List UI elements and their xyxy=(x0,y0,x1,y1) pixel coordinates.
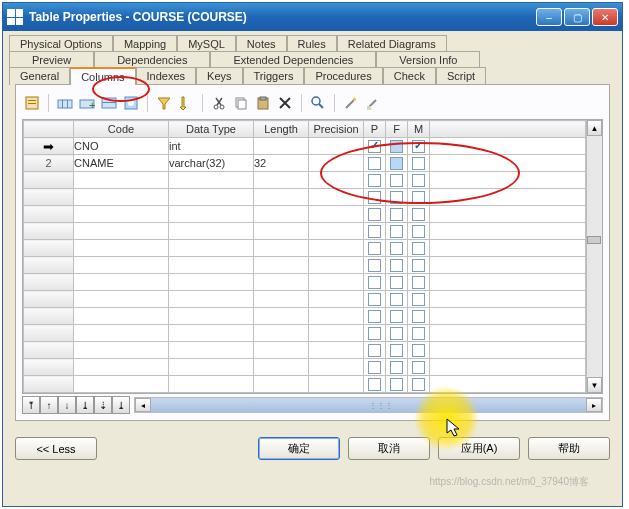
help-button[interactable]: 帮助 xyxy=(528,437,610,460)
cut-icon[interactable] xyxy=(209,93,229,113)
horizontal-scrollbar[interactable]: ◂ ⋮⋮⋮ ▸ xyxy=(134,397,603,413)
tab-physical-options[interactable]: Physical Options xyxy=(9,35,113,52)
header-length[interactable]: Length xyxy=(254,121,309,138)
table-row-empty[interactable] xyxy=(24,359,586,376)
checkbox-m[interactable] xyxy=(412,140,425,153)
tab-mapping[interactable]: Mapping xyxy=(113,35,177,52)
less-button[interactable]: << Less xyxy=(15,437,97,460)
checkbox-p[interactable] xyxy=(368,140,381,153)
scroll-up-icon[interactable]: ▲ xyxy=(587,120,602,136)
cell-code[interactable]: CNO xyxy=(74,138,169,155)
checkbox-f[interactable] xyxy=(390,259,403,272)
table-row-empty[interactable] xyxy=(24,308,586,325)
checkbox-f[interactable] xyxy=(390,157,403,170)
tab-version-info[interactable]: Version Info xyxy=(376,51,480,68)
checkbox-f[interactable] xyxy=(390,174,403,187)
tab-rules[interactable]: Rules xyxy=(287,35,337,52)
checkbox-m[interactable] xyxy=(412,225,425,238)
row-number[interactable]: 2 xyxy=(24,155,74,172)
tab-triggers[interactable]: Triggers xyxy=(243,67,305,85)
checkbox-f[interactable] xyxy=(390,378,403,391)
maximize-button[interactable]: ▢ xyxy=(564,8,590,26)
checkbox-f[interactable] xyxy=(390,242,403,255)
tab-mysql[interactable]: MySQL xyxy=(177,35,236,52)
checkbox-f[interactable] xyxy=(390,344,403,357)
checkbox-f[interactable] xyxy=(390,276,403,289)
table-row-empty[interactable] xyxy=(24,342,586,359)
ok-button[interactable]: 确定 xyxy=(258,437,340,460)
checkbox-p[interactable] xyxy=(368,259,381,272)
cell-code[interactable]: CNAME xyxy=(74,155,169,172)
header-datatype[interactable]: Data Type xyxy=(169,121,254,138)
move-down-stop-icon[interactable]: ⇣ xyxy=(94,396,112,414)
checkbox-p[interactable] xyxy=(368,157,381,170)
move-bottom-stop-icon[interactable]: ⤓ xyxy=(112,396,130,414)
filter-icon[interactable] xyxy=(154,93,174,113)
header-p[interactable]: P xyxy=(364,121,386,138)
tab-extended-dependencies[interactable]: Extended Dependencies xyxy=(210,51,376,68)
header-rownum[interactable] xyxy=(24,121,74,138)
table-row-empty[interactable] xyxy=(24,189,586,206)
add-row-icon[interactable]: + xyxy=(77,93,97,113)
checkbox-m[interactable] xyxy=(412,259,425,272)
checkbox-p[interactable] xyxy=(368,310,381,323)
cell-precision[interactable] xyxy=(309,155,364,172)
paste-icon[interactable] xyxy=(253,93,273,113)
cancel-button[interactable]: 取消 xyxy=(348,437,430,460)
checkbox-m[interactable] xyxy=(412,361,425,374)
checkbox-m[interactable] xyxy=(412,344,425,357)
checkbox-m[interactable] xyxy=(412,208,425,221)
move-up-icon[interactable]: ↑ xyxy=(40,396,58,414)
tab-keys[interactable]: Keys xyxy=(196,67,242,85)
wand-icon[interactable] xyxy=(341,93,361,113)
tab-general[interactable]: General xyxy=(9,67,70,85)
wand-all-icon[interactable] xyxy=(363,93,383,113)
checkbox-m[interactable] xyxy=(412,191,425,204)
checkbox-f[interactable] xyxy=(390,361,403,374)
checkbox-m[interactable] xyxy=(412,174,425,187)
cell-datatype[interactable]: int xyxy=(169,138,254,155)
scroll-thumb[interactable] xyxy=(587,236,601,244)
tab-dependencies[interactable]: Dependencies xyxy=(94,51,210,68)
table-row-empty[interactable] xyxy=(24,223,586,240)
table-row-empty[interactable] xyxy=(24,240,586,257)
delete-icon[interactable] xyxy=(275,93,295,113)
move-top-icon[interactable]: ⤒ xyxy=(22,396,40,414)
checkbox-m[interactable] xyxy=(412,157,425,170)
tab-notes[interactable]: Notes xyxy=(236,35,287,52)
checkbox-p[interactable] xyxy=(368,242,381,255)
cell-length[interactable] xyxy=(254,138,309,155)
table-row-empty[interactable] xyxy=(24,206,586,223)
table-row-empty[interactable] xyxy=(24,257,586,274)
checkbox-p[interactable] xyxy=(368,344,381,357)
tab-related-diagrams[interactable]: Related Diagrams xyxy=(337,35,447,52)
checkbox-f[interactable] xyxy=(390,208,403,221)
insert-row-icon[interactable] xyxy=(55,93,75,113)
tab-procedures[interactable]: Procedures xyxy=(304,67,382,85)
copy-icon[interactable] xyxy=(231,93,251,113)
checkbox-m[interactable] xyxy=(412,310,425,323)
scroll-right-icon[interactable]: ▸ xyxy=(586,398,602,412)
checkbox-m[interactable] xyxy=(412,327,425,340)
table-row[interactable]: ➡ CNO int xyxy=(24,138,586,155)
grid-settings-icon[interactable] xyxy=(121,93,141,113)
properties-icon[interactable] xyxy=(22,93,42,113)
table-row-empty[interactable] xyxy=(24,274,586,291)
tab-preview[interactable]: Preview xyxy=(9,51,94,68)
checkbox-f[interactable] xyxy=(390,327,403,340)
checkbox-f[interactable] xyxy=(390,225,403,238)
find-icon[interactable] xyxy=(308,93,328,113)
checkbox-m[interactable] xyxy=(412,378,425,391)
checkbox-p[interactable] xyxy=(368,378,381,391)
cell-precision[interactable] xyxy=(309,138,364,155)
checkbox-p[interactable] xyxy=(368,361,381,374)
tab-columns[interactable]: Columns xyxy=(70,67,135,85)
table-row-empty[interactable] xyxy=(24,172,586,189)
checkbox-p[interactable] xyxy=(368,293,381,306)
minimize-button[interactable]: – xyxy=(536,8,562,26)
move-down-icon[interactable]: ↓ xyxy=(58,396,76,414)
checkbox-m[interactable] xyxy=(412,276,425,289)
checkbox-f[interactable] xyxy=(390,140,403,153)
checkbox-m[interactable] xyxy=(412,242,425,255)
checkbox-p[interactable] xyxy=(368,208,381,221)
